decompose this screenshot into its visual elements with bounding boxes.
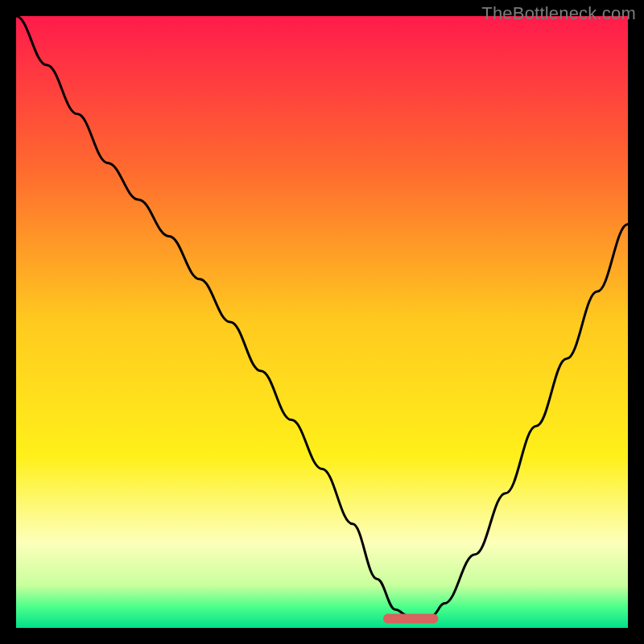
chart-frame: TheBottleneck.com: [0, 0, 644, 644]
bottleneck-chart-svg: [16, 16, 628, 628]
watermark-text: TheBottleneck.com: [481, 3, 636, 24]
chart-background: [16, 16, 628, 628]
optimal-marker: [383, 614, 438, 624]
chart-plot-area: [16, 16, 628, 628]
